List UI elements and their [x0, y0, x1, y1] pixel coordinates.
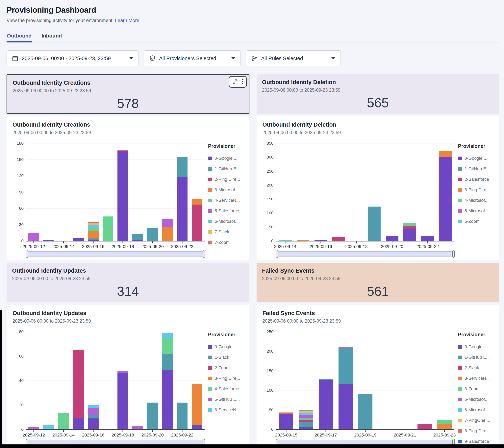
legend-item-3-ping-dire[interactable]: 3-Ping Dire... [208, 376, 243, 381]
stacked-bar-2025-09-14[interactable] [279, 240, 292, 241]
stacked-bar-2025-09-23[interactable] [192, 198, 202, 241]
legend-item-0-google[interactable]: 0-Google ... [458, 156, 493, 161]
legend-item-4-microsof[interactable]: 4-Microsof... [458, 198, 493, 203]
stacked-bar-2025-09-15[interactable] [279, 412, 293, 429]
kpi-title: Failed Sync Events [262, 268, 494, 274]
legend-item-6-microsof[interactable]: 6-Microsof... [458, 407, 493, 412]
legend-item-6-microsof[interactable]: 6-Microsof... [208, 219, 243, 224]
stacked-bar-2025-09-14[interactable] [58, 413, 69, 429]
legend-item-3-microsof[interactable]: 3-Microsof... [208, 187, 243, 193]
scrollbar-right-handle[interactable] [203, 251, 205, 258]
stacked-bar-2025-09-18[interactable] [117, 371, 128, 429]
stacked-bar-2025-09-15[interactable] [73, 238, 84, 241]
chart-range-scrollbar[interactable] [276, 251, 455, 257]
legend-swatch [208, 230, 212, 234]
x-tick-mark [152, 430, 153, 432]
legend-item-4-salesforce[interactable]: 4-Salesforce [208, 386, 243, 392]
stacked-bar-2025-09-20[interactable] [147, 403, 158, 429]
scrollbar-right-handle[interactable] [452, 251, 455, 258]
legend-item-5-github-e[interactable]: 5-GitHub E... [208, 397, 243, 402]
kpi-card-failed-sync-events[interactable]: Failed Sync Events2025-09-06 00:00 to 20… [257, 263, 499, 302]
stacked-bar-2025-09-19[interactable] [132, 234, 143, 241]
stacked-bar-2025-09-23[interactable] [439, 151, 452, 241]
kpi-date-range: 2025-09-06 00:00 to 2025-09-23 23:59 [262, 88, 494, 93]
chart-range-scrollbar[interactable] [26, 251, 205, 257]
legend-item-5-zoom[interactable]: 5-Zoom [458, 219, 493, 224]
legend-item-0-google[interactable]: 0-Google ... [208, 156, 243, 161]
learn-more-link[interactable]: Learn More [115, 18, 139, 23]
legend-item-7-slack[interactable]: 7-Slack [208, 229, 243, 234]
kebab-menu-button[interactable] [239, 77, 245, 87]
kpi-card-outbound-identity-updates[interactable]: Outbound Identity Updates2025-09-06 00:0… [7, 263, 250, 302]
scrollbar-left-handle[interactable] [276, 251, 278, 258]
tab-inbound[interactable]: Inbound [41, 32, 62, 42]
stacked-bar-2025-09-12[interactable] [28, 427, 39, 429]
stacked-bar-2025-09-22[interactable] [421, 236, 434, 241]
stacked-bar-2025-09-22[interactable] [417, 424, 432, 429]
legend-item-2-zoom[interactable]: 2-Zoom [208, 365, 243, 370]
rules-filter[interactable]: All Rules Selected [246, 50, 341, 66]
legend-item-2-ping-dire[interactable]: 2-Ping Dire... [208, 177, 243, 182]
provisioners-filter[interactable]: All Provisioners Selected [144, 50, 241, 66]
legend-item-7-pingone[interactable]: 7-PingOne ... [458, 418, 493, 423]
legend-item-1-github-e[interactable]: 1-GitHub E... [208, 166, 243, 171]
legend-item-1-github-e[interactable]: 1-GitHub E... [458, 355, 493, 360]
legend-item-5-microsof[interactable]: 5-Microsof... [458, 208, 493, 214]
stacked-bar-2025-09-16[interactable] [314, 240, 327, 241]
stacked-bar-2025-09-19[interactable] [132, 426, 143, 429]
stacked-bar-2025-09-19[interactable] [358, 394, 372, 429]
stacked-bar-2025-09-20[interactable] [147, 228, 158, 241]
date-range-filter[interactable]: 2025-09-06, 00:00 - 2025-09-23, 23:59 [7, 50, 139, 66]
kpi-card-outbound-identity-creations[interactable]: Outbound Identity Creations2025-09-06 00… [7, 74, 250, 114]
legend-label: 6-Microsof... [215, 219, 239, 224]
stacked-bar-2025-09-16[interactable] [88, 405, 99, 429]
stacked-bar-2025-09-13[interactable] [43, 425, 54, 429]
stacked-bar-2025-09-21[interactable] [162, 333, 173, 429]
x-axis-label: 2025-09-18 [345, 244, 368, 249]
legend-item-1-github-e[interactable]: 1-GitHub E... [458, 166, 493, 171]
stacked-bar-2025-09-20[interactable] [386, 236, 399, 241]
legend-item-6-servicen[interactable]: 6-ServiceN... [208, 407, 243, 412]
legend-item-9-salesforce[interactable]: 9-Salesforce [458, 439, 493, 444]
legend-label: 5-GitHub E... [215, 397, 240, 402]
stacked-bar-2025-09-18[interactable] [117, 150, 128, 241]
stacked-bar-2025-09-18[interactable] [339, 347, 353, 429]
legend-item-0-google[interactable]: 0-Google ... [208, 344, 243, 349]
stacked-bar-2025-09-15[interactable] [297, 240, 309, 241]
x-axis-label: 2025-09-20 [381, 244, 403, 249]
legend-item-8-ping-dire[interactable]: 8-Ping Dire... [458, 428, 493, 433]
legend-item-2-slack[interactable]: 2-Slack [458, 365, 493, 370]
stacked-bar-2025-09-16[interactable] [299, 410, 313, 429]
stacked-bar-2025-09-23[interactable] [437, 420, 452, 429]
legend-item-2-salesforce[interactable]: 2-Salesforce [458, 177, 493, 182]
expand-button[interactable] [230, 77, 239, 86]
legend-item-5-microsof[interactable]: 5-Microsof... [458, 397, 493, 402]
stacked-bar-2025-09-21[interactable] [162, 219, 173, 241]
stacked-bar-2025-09-22[interactable] [177, 157, 187, 241]
legend-item-5-salesforce[interactable]: 5-Salesforce [208, 208, 243, 214]
plot-zone: 0501001502002502025-09-152025-09-172025-… [263, 332, 455, 448]
stacked-bar-2025-09-17[interactable] [103, 216, 113, 241]
stacked-bar-2025-09-17[interactable] [319, 379, 333, 429]
scrollbar-left-handle[interactable] [26, 251, 28, 258]
legend-item-3-servicen[interactable]: 3-ServiceN... [458, 376, 493, 381]
stacked-bar-2025-09-15[interactable] [73, 350, 84, 429]
stacked-bar-2025-09-21[interactable] [403, 223, 416, 241]
legend-item-3-zoom[interactable]: 3-Zoom [458, 386, 493, 392]
legend-item-1-slack[interactable]: 1-Slack [208, 355, 243, 360]
stacked-bar-2025-09-22[interactable] [177, 403, 187, 429]
legend-item-0-google[interactable]: 0-Google ... [458, 344, 493, 349]
stacked-bar-2025-09-12[interactable] [28, 233, 39, 241]
y-axis-label: 60 [19, 354, 24, 358]
stacked-bar-2025-09-13[interactable] [43, 240, 54, 241]
stacked-bar-2025-09-23[interactable] [192, 384, 202, 429]
legend-item-4-servicen[interactable]: 4-ServiceN... [208, 198, 243, 203]
tab-outbound[interactable]: Outbound [7, 32, 32, 42]
kpi-card-outbound-identity-deletion[interactable]: Outbound Identity Deletion2025-09-06 00:… [257, 74, 499, 114]
legend-item-3-ping-dire[interactable]: 3-Ping Dire... [458, 187, 493, 193]
stacked-bar-2025-09-19[interactable] [368, 207, 381, 241]
x-tick-mark [286, 430, 287, 432]
stacked-bar-2025-09-17[interactable] [332, 237, 345, 241]
stacked-bar-2025-09-16[interactable] [88, 222, 99, 241]
legend-item-7-zoom[interactable]: 7-Zoom [208, 240, 243, 245]
